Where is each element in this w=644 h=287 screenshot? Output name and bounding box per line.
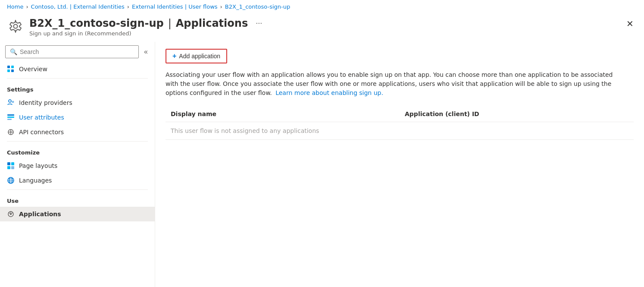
breadcrumb-user-flows[interactable]: External Identities | User flows (132, 3, 218, 10)
sidebar-item-api-connectors[interactable]: API connectors (0, 125, 155, 139)
svg-rect-15 (7, 166, 10, 169)
overview-label: Overview (19, 66, 47, 73)
description-text: Associating your user flow with an appli… (166, 70, 618, 98)
svg-rect-9 (7, 119, 12, 120)
sidebar-item-identity-providers[interactable]: Identity providers (0, 95, 155, 110)
svg-point-5 (9, 100, 11, 102)
page-layouts-icon (7, 162, 15, 170)
col-header-display-name: Display name (166, 106, 400, 122)
svg-rect-16 (11, 166, 14, 169)
search-input-wrapper[interactable]: 🔍 (5, 45, 139, 58)
toolbar: + Add application (166, 49, 634, 63)
plus-icon: + (172, 52, 176, 60)
svg-point-23 (10, 213, 12, 215)
svg-rect-3 (11, 66, 14, 68)
breadcrumb-b2x[interactable]: B2X_1_contoso-sign-up (225, 3, 290, 10)
use-section-label: Use (0, 192, 155, 207)
svg-rect-4 (11, 69, 14, 72)
user-attributes-icon (7, 114, 15, 121)
add-application-button[interactable]: + Add application (166, 49, 227, 63)
svg-rect-13 (7, 162, 10, 165)
sidebar-item-applications[interactable]: Applications (0, 207, 155, 221)
ellipsis-button[interactable]: ··· (252, 17, 266, 29)
collapse-button[interactable]: « (142, 46, 150, 57)
search-input[interactable] (20, 48, 134, 55)
page-title: B2X_1_contoso-sign-up | Applications ··· (29, 17, 266, 29)
customize-section-label: Customize (0, 143, 155, 158)
api-connectors-label: API connectors (19, 129, 64, 136)
svg-line-24 (9, 213, 10, 214)
applications-label: Applications (19, 211, 61, 218)
sidebar-item-overview[interactable]: Overview (0, 62, 155, 76)
page-layouts-label: Page layouts (19, 162, 57, 169)
empty-message: This user flow is not assigned to any ap… (166, 122, 634, 140)
learn-more-link[interactable]: Learn more about enabling sign up. (275, 89, 383, 96)
col-header-client-id: Application (client) ID (400, 106, 634, 122)
sidebar-item-languages[interactable]: Languages (0, 173, 155, 188)
identity-providers-label: Identity providers (19, 99, 72, 106)
sidebar-item-page-layouts[interactable]: Page layouts (0, 158, 155, 173)
close-button[interactable]: ✕ (623, 17, 637, 31)
svg-rect-8 (7, 117, 14, 118)
svg-rect-14 (11, 162, 14, 165)
sidebar: 🔍 « Overview Settings (0, 42, 155, 287)
settings-section-label: Settings (0, 80, 155, 95)
api-connectors-icon (7, 128, 15, 136)
svg-line-25 (12, 213, 13, 214)
svg-rect-7 (7, 114, 14, 116)
breadcrumb-contoso[interactable]: Contoso, Ltd. | External Identities (31, 3, 125, 10)
identity-providers-icon (7, 99, 15, 107)
table-empty-row: This user flow is not assigned to any ap… (166, 122, 634, 140)
applications-icon (7, 210, 15, 218)
main-content: + Add application Associating your user … (155, 42, 644, 287)
languages-label: Languages (19, 177, 52, 184)
svg-point-0 (14, 25, 18, 28)
languages-icon (7, 177, 15, 184)
svg-rect-2 (7, 69, 10, 72)
page-gear-icon (7, 18, 24, 35)
overview-icon (7, 65, 15, 73)
breadcrumb: Home › Contoso, Ltd. | External Identiti… (0, 0, 644, 13)
page-subtitle: Sign up and sign in (Recommended) (29, 30, 266, 37)
breadcrumb-home[interactable]: Home (7, 3, 23, 10)
svg-rect-1 (7, 66, 10, 68)
applications-table: Display name Application (client) ID Thi… (166, 106, 634, 140)
search-icon: 🔍 (10, 48, 17, 55)
svg-point-6 (12, 101, 14, 103)
sidebar-item-user-attributes[interactable]: User attributes (0, 110, 155, 125)
user-attributes-label[interactable]: User attributes (19, 114, 64, 121)
